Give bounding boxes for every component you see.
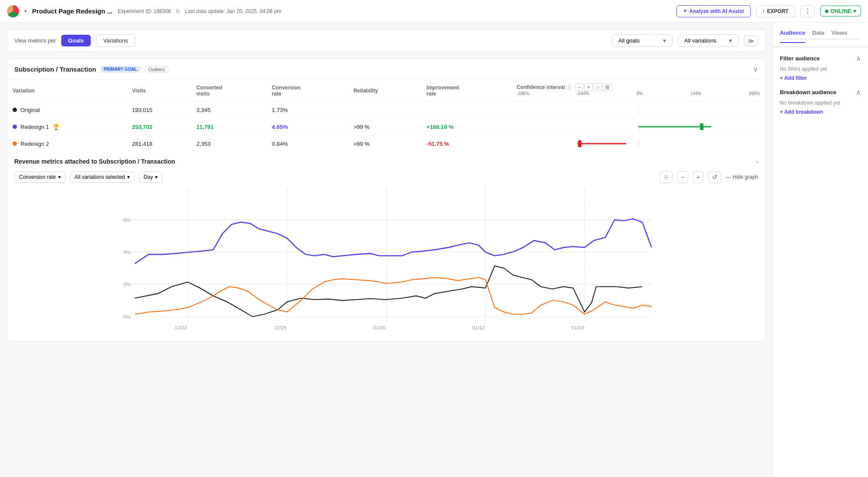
ci-plus-button[interactable]: + — [584, 83, 593, 91]
more-menu-button[interactable]: ⋮ — [800, 5, 815, 17]
table-row: Redesign 2 281,418 2,353 0.84% >99 % -51… — [7, 135, 765, 152]
trophy-icon: 🏆 — [53, 124, 59, 130]
improvement-cell: +168.18 % — [421, 118, 511, 135]
ai-assist-button[interactable]: Analyze with AI Assist — [677, 5, 750, 17]
no-filter-text: No filters applied yet — [780, 66, 861, 72]
experiment-id: Experiment ID: 188308 — [118, 8, 171, 14]
converted-cell: 11,791 — [191, 118, 267, 135]
ci-minus-button[interactable]: − — [575, 83, 584, 91]
conversion-rate-chevron-icon: ▾ — [58, 174, 61, 180]
all-goals-chevron-icon: ▾ — [663, 37, 666, 44]
panel-tabs: Audience Data Views — [780, 30, 861, 39]
filter-section-title: Filter audience — [780, 55, 820, 62]
col-visits: Visits — [127, 80, 191, 102]
day-dropdown[interactable]: Day ▾ — [139, 171, 162, 183]
logo-chevron-icon: ▾ — [24, 8, 27, 14]
rate-cell: 0.84% — [267, 135, 348, 152]
dot-blue-icon — [13, 125, 17, 129]
visits-cell: 253,702 — [127, 118, 191, 135]
table-row: Original 193,015 3,345 1.73% — [7, 102, 765, 118]
app-logo — [7, 5, 19, 17]
col-improvement: Improvementrate — [421, 80, 511, 102]
col-conversion-rate: Conversionrate — [267, 80, 348, 102]
revenue-title: Revenue metrics attached to Subscription… — [14, 158, 175, 165]
col-converted: Convertedvisits — [191, 80, 267, 102]
right-panel: Audience Data Views Filter audience ∧ No… — [772, 23, 868, 477]
hide-graph-icon: — — [726, 174, 731, 180]
variation-name: Redesign 1 🏆 — [13, 124, 122, 130]
top-bar: ▾ Product Page Redesign ... Experiment I… — [0, 0, 868, 23]
day-chevron-icon: ▾ — [155, 174, 158, 180]
graph-refresh-button[interactable]: ↺ — [708, 171, 721, 183]
online-chevron-icon: ▾ — [853, 8, 856, 14]
all-variations-dropdown[interactable]: All variations ▾ — [678, 34, 739, 47]
ci-cell — [512, 102, 765, 118]
table-row: Redesign 1 🏆 253,702 11,791 4.65% >99 % … — [7, 118, 765, 135]
svg-text:01/19: 01/19 — [571, 325, 584, 330]
variation-name: Redesign 2 — [13, 141, 122, 147]
svg-text:4%: 4% — [123, 249, 131, 255]
breakdown-audience-section: Breakdown audience ∧ No breakdown applie… — [780, 88, 861, 115]
all-variations-chevron-icon: ▾ — [729, 37, 732, 44]
view-label: View metrics per — [14, 37, 56, 44]
conversion-rate-dropdown[interactable]: Conversion rate ▾ — [14, 171, 66, 183]
ci-reset-button[interactable]: ○ — [594, 83, 602, 91]
filter-collapse-icon[interactable]: ∧ — [856, 54, 861, 63]
export-button[interactable]: ↑ EXPORT — [756, 5, 795, 17]
ci-cell — [512, 118, 765, 135]
svg-text:12/29: 12/29 — [274, 325, 287, 330]
add-filter-link[interactable]: + Add filter — [780, 75, 807, 81]
svg-text:01/05: 01/05 — [373, 325, 386, 330]
improvement-cell: -51.75 % — [421, 135, 511, 152]
card-collapse-button[interactable]: ∨ — [753, 65, 758, 73]
outliers-badge[interactable]: Outliers — [145, 66, 169, 73]
ci-info-icon[interactable]: i — [566, 84, 572, 90]
online-status-badge[interactable]: ONLINE ▾ — [820, 6, 861, 16]
all-goals-dropdown[interactable]: All goals ▾ — [612, 34, 673, 47]
tab-views[interactable]: Views — [832, 30, 848, 39]
graph-zoom-in-button[interactable]: + — [693, 171, 704, 183]
card-header: Subscription / Transaction PRIMARY GOAL … — [7, 59, 765, 80]
add-breakdown-link[interactable]: + Add breakdown — [780, 109, 823, 115]
goals-button[interactable]: Goals — [61, 35, 91, 46]
graph-zoom-out-button[interactable]: − — [677, 171, 688, 183]
last-update: Last data update: Jan 20, 2025, 04:06 pm — [185, 8, 671, 14]
variations-button[interactable]: Variations — [96, 34, 135, 47]
revenue-expand-icon[interactable]: › — [756, 158, 758, 165]
tab-data[interactable]: Data — [812, 30, 825, 39]
metrics-table: Variation Visits Convertedvisits Convers… — [7, 80, 765, 152]
main-content: View metrics per Goals Variations All go… — [0, 23, 868, 477]
filter-audience-section: Filter audience ∧ No filters applied yet… — [780, 54, 861, 81]
breakdown-collapse-icon[interactable]: ∧ — [856, 88, 861, 96]
col-ci: Confidence interval i − + ○ ⊞ -2 — [512, 80, 765, 102]
svg-text:6%: 6% — [123, 217, 131, 223]
variations-chevron-icon: ▾ — [127, 174, 130, 180]
svg-text:0%: 0% — [123, 314, 131, 319]
ci-cell — [512, 135, 765, 152]
hide-graph-button[interactable]: — Hide graph — [726, 174, 758, 180]
panel-expand-button[interactable]: ≫ — [744, 36, 758, 46]
col-variation: Variation — [7, 80, 127, 102]
breakdown-section-title: Breakdown audience — [780, 89, 836, 95]
export-icon: ↑ — [762, 8, 765, 14]
converted-cell: 2,353 — [191, 135, 267, 152]
improvement-cell — [421, 102, 511, 118]
subscription-card: Subscription / Transaction PRIMARY GOAL … — [7, 59, 766, 342]
tab-audience[interactable]: Audience — [780, 30, 805, 43]
graph-cursor-button[interactable]: ⊹ — [660, 171, 673, 183]
rate-cell: 1.73% — [267, 102, 348, 118]
card-title: Subscription / Transaction — [14, 66, 96, 73]
rate-cell: 4.65% — [267, 118, 348, 135]
left-panel: View metrics per Goals Variations All go… — [0, 23, 772, 477]
all-variations-selected-dropdown[interactable]: All variations selected ▾ — [70, 171, 135, 183]
reliability-cell: >99 % — [348, 118, 421, 135]
dot-black-icon — [13, 108, 17, 112]
dot-orange-icon — [13, 141, 17, 146]
col-reliability: Reliability — [348, 80, 421, 102]
copy-icon[interactable]: ⎘ — [176, 8, 180, 14]
chart-svg: 0% 2% 4% 6% 12/22 12/29 01/05 — [19, 188, 754, 335]
chart-area: 0% 2% 4% 6% 12/22 12/29 01/05 — [14, 188, 758, 335]
experiment-title: Product Page Redesign ... — [32, 7, 112, 15]
ci-more-button[interactable]: ⊞ — [603, 83, 612, 91]
converted-cell: 3,345 — [191, 102, 267, 118]
